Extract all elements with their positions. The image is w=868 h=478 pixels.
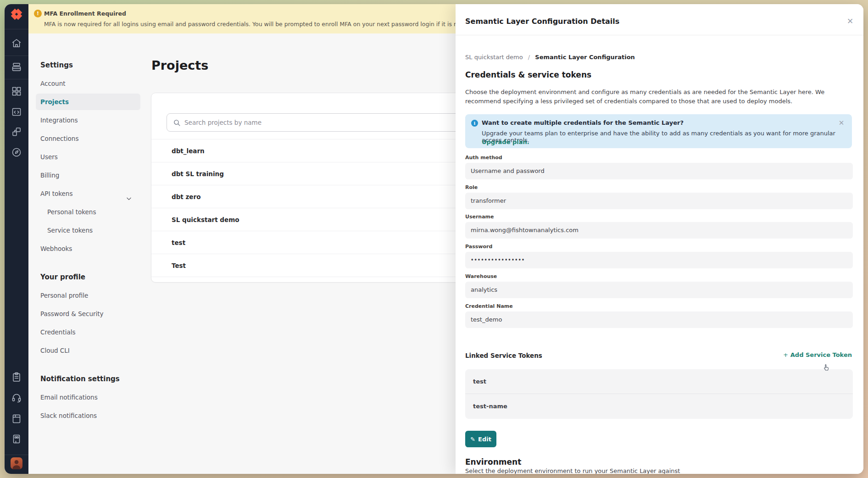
panel-title: Semantic Layer Configuration Details (465, 17, 619, 26)
breadcrumb-current: Semantic Layer Configuration (535, 54, 635, 61)
mfa-banner-title: MFA Enrollment Required (44, 10, 126, 17)
changelog-clipboard-icon[interactable] (11, 372, 22, 383)
credential-name-value: test_demo (465, 311, 853, 328)
app-window: ! MFA Enrollment Required MFA is now req… (5, 4, 863, 474)
field-label: Role (465, 184, 853, 191)
info-banner-body: Upgrade your teams plan to enterprise an… (482, 130, 852, 144)
environment-heading: Environment (465, 457, 521, 467)
nav-item-integrations[interactable]: Integrations (40, 111, 145, 129)
token-row[interactable]: test-name (465, 394, 853, 419)
rail-divider (5, 29, 28, 29)
settings-nav: Settings Account Projects Integrations C… (40, 56, 145, 425)
field-label: Auth method (465, 155, 853, 161)
user-avatar[interactable] (11, 457, 22, 469)
nav-item-cloud-cli[interactable]: Cloud CLI (40, 341, 145, 360)
linked-tokens-list: test test-name (465, 369, 853, 419)
icon-rail (5, 4, 28, 474)
rail-divider (5, 455, 28, 455)
password-value: •••••••••••••••• (465, 252, 853, 268)
edit-button[interactable]: ✎Edit (465, 431, 496, 447)
docs-book-icon[interactable] (11, 413, 22, 424)
pointer-cursor-icon (823, 364, 831, 372)
mfa-banner-message: MFA is now required for all logins using… (44, 21, 486, 28)
info-icon: i (471, 120, 478, 127)
field-role: Role transformer (465, 184, 853, 209)
auth-method-value: Username and password (465, 163, 853, 179)
nav-item-credentials[interactable]: Credentials (40, 323, 145, 341)
field-label: Username (465, 214, 853, 220)
panel-divider (456, 35, 863, 35)
nav-item-webhooks[interactable]: Webhooks (40, 239, 145, 258)
search-icon (173, 119, 181, 127)
add-service-token-button[interactable]: +Add Service Token (783, 351, 852, 358)
nav-item-api-tokens[interactable]: API tokens (40, 184, 145, 203)
edit-button-label: Edit (478, 436, 491, 443)
rail-divider (5, 79, 28, 79)
dbt-logo-icon[interactable] (10, 7, 23, 21)
field-warehouse: Warehouse analytics (465, 273, 853, 298)
field-username: Username mirna.wong@fishtownanalytics.co… (465, 214, 853, 239)
breadcrumb-separator: / (528, 54, 530, 61)
nav-item-projects[interactable]: Projects (36, 94, 140, 110)
nav-item-slack-notifications[interactable]: Slack notifications (40, 406, 145, 425)
nav-item-personal-tokens[interactable]: Personal tokens (40, 203, 145, 221)
field-auth-method: Auth method Username and password (465, 155, 853, 179)
nav-section-your-profile: Your profile (40, 268, 145, 286)
nav-section-settings: Settings (40, 56, 145, 74)
nav-item-users[interactable]: Users (40, 148, 145, 166)
nav-section-notification-settings: Notification settings (40, 370, 145, 388)
dashboard-grid-icon[interactable] (11, 86, 22, 97)
plus-icon: + (783, 351, 788, 358)
explore-compass-icon[interactable] (11, 147, 22, 158)
field-password: Password •••••••••••••••• (465, 244, 853, 268)
field-label: Credential Name (465, 303, 853, 310)
environment-description: Select the deployment environment to run… (465, 467, 832, 474)
nav-item-connections[interactable]: Connections (40, 129, 145, 148)
nav-item-service-tokens[interactable]: Service tokens (40, 221, 145, 239)
breadcrumb: SL quickstart demo / Semantic Layer Conf… (465, 54, 635, 61)
field-label: Password (465, 244, 853, 250)
develop-ide-icon[interactable] (11, 106, 22, 117)
username-value: mirna.wong@fishtownanalytics.com (465, 222, 853, 239)
add-service-token-label: Add Service Token (790, 351, 852, 358)
warning-icon: ! (34, 10, 42, 17)
mfa-banner: ! MFA Enrollment Required MFA is now req… (28, 4, 465, 33)
nav-item-label: API tokens (40, 190, 72, 197)
rail-divider (5, 56, 28, 56)
home-icon[interactable] (11, 38, 22, 49)
linked-tokens-heading: Linked Service Tokens (465, 352, 542, 359)
info-banner-title: Want to create multiple credentials for … (482, 119, 684, 126)
nav-item-personal-profile[interactable]: Personal profile (40, 286, 145, 305)
field-credential-name: Credential Name test_demo (465, 303, 853, 328)
nav-item-billing[interactable]: Billing (40, 166, 145, 184)
projects-stack-icon[interactable] (11, 61, 22, 72)
role-value: transformer (465, 193, 853, 209)
nav-item-email-notifications[interactable]: Email notifications (40, 388, 145, 406)
upgrade-plan-link[interactable]: Upgrade plan. (482, 139, 529, 145)
credentials-heading: Credentials & service tokens (465, 70, 591, 79)
terminal-reader-icon[interactable] (11, 434, 22, 445)
support-headset-icon[interactable] (11, 392, 22, 403)
token-row[interactable]: test (465, 369, 853, 394)
field-label: Warehouse (465, 273, 853, 280)
info-banner: i Want to create multiple credentials fo… (465, 114, 852, 148)
deploy-branch-icon[interactable] (11, 126, 22, 137)
breadcrumb-parent[interactable]: SL quickstart demo (465, 54, 523, 61)
pencil-icon: ✎ (470, 436, 475, 443)
info-close-icon[interactable]: ✕ (836, 118, 846, 128)
chevron-down-icon (126, 190, 132, 197)
nav-item-password-security[interactable]: Password & Security (40, 305, 145, 323)
warehouse-value: analytics (465, 282, 853, 298)
semantic-layer-panel: Semantic Layer Configuration Details ✕ S… (456, 4, 863, 474)
page-title: Projects (151, 58, 208, 72)
credentials-description: Choose the deployment environment and co… (465, 88, 850, 106)
close-icon[interactable]: ✕ (845, 16, 855, 26)
nav-item-account[interactable]: Account (40, 74, 145, 93)
